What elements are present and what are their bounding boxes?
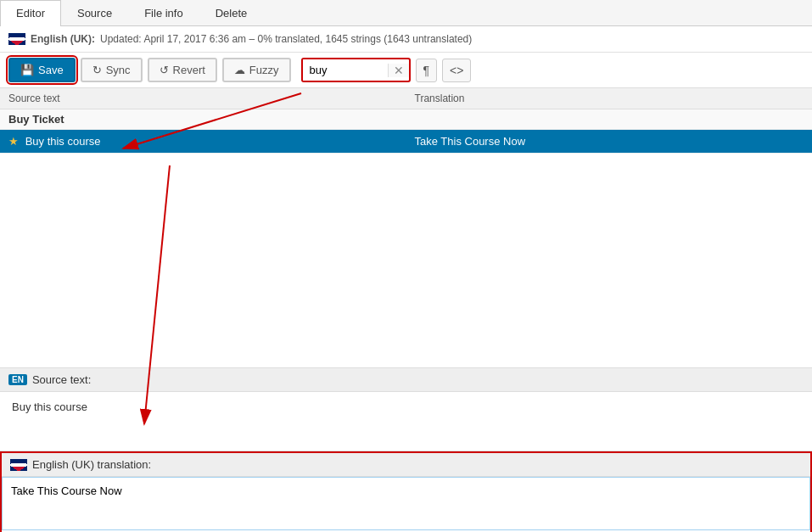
- group-header-label: Buy Ticket: [0, 109, 812, 130]
- save-label: Save: [38, 64, 64, 76]
- search-input[interactable]: [303, 59, 388, 81]
- source-panel-title: Source text:: [32, 373, 91, 386]
- status-bar: English (UK): Updated: April 17, 2017 6:…: [0, 26, 812, 53]
- sync-icon: ↻: [92, 64, 102, 76]
- tabs-bar: Editor Source File info Delete: [0, 0, 812, 26]
- status-info: Updated: April 17, 2017 6:36 am – 0% tra…: [100, 33, 472, 45]
- star-icon: ★: [8, 135, 19, 148]
- tab-source[interactable]: Source: [61, 0, 128, 25]
- translation-outline-box: English (UK) translation: Take This Cour…: [0, 451, 812, 532]
- save-button[interactable]: 💾 Save: [8, 58, 76, 82]
- tab-editor[interactable]: Editor: [0, 0, 61, 26]
- revert-icon: ↺: [160, 64, 169, 76]
- lang-badge: EN: [8, 374, 27, 385]
- sync-label: Sync: [106, 64, 131, 76]
- col-source-header: Source text: [0, 88, 406, 109]
- fuzzy-label: Fuzzy: [249, 64, 279, 76]
- search-clear-icon[interactable]: ✕: [388, 64, 409, 77]
- sync-button[interactable]: ↻ Sync: [81, 58, 143, 82]
- tab-delete[interactable]: Delete: [199, 0, 264, 25]
- cloud-icon: ☁: [234, 64, 245, 76]
- bottom-panel: EN Source text: Buy this course English …: [0, 368, 812, 532]
- revert-label: Revert: [173, 64, 205, 76]
- tab-file-info[interactable]: File info: [128, 0, 199, 25]
- fuzzy-button[interactable]: ☁ Fuzzy: [222, 58, 291, 82]
- source-cell: ★ Buy this course: [0, 130, 406, 154]
- col-translation-header: Translation: [406, 88, 813, 109]
- table-row[interactable]: ★ Buy this course Take This Course Now: [0, 130, 812, 154]
- translation-table-area: Source text Translation Buy Ticket ★ Buy…: [0, 88, 812, 368]
- source-text-section-header: EN Source text:: [0, 368, 812, 392]
- uk-flag-icon: [8, 33, 25, 45]
- main-content: Source text Translation Buy Ticket ★ Buy…: [0, 88, 812, 532]
- source-panel-content: Buy this course: [0, 392, 812, 451]
- translation-cell: Take This Course Now: [406, 130, 813, 154]
- pilcrow-button[interactable]: ¶: [416, 59, 438, 82]
- translation-input[interactable]: Take This Course Now: [2, 477, 810, 530]
- code-button[interactable]: <>: [442, 59, 471, 82]
- translation-panel-title: English (UK) translation:: [32, 458, 151, 471]
- group-header-row: Buy Ticket: [0, 109, 812, 130]
- source-text: Buy this course: [25, 135, 101, 148]
- translation-section-header: English (UK) translation:: [2, 453, 810, 477]
- translation-flag-icon: [10, 459, 27, 471]
- revert-button[interactable]: ↺ Revert: [148, 58, 217, 82]
- toolbar: 💾 Save ↻ Sync ↺ Revert ☁ Fuzzy ✕ ¶ <>: [0, 53, 812, 88]
- locale-label: English (UK):: [31, 33, 95, 45]
- translation-table: Source text Translation Buy Ticket ★ Buy…: [0, 88, 812, 154]
- search-box: ✕: [301, 58, 411, 82]
- save-icon: 💾: [20, 64, 34, 76]
